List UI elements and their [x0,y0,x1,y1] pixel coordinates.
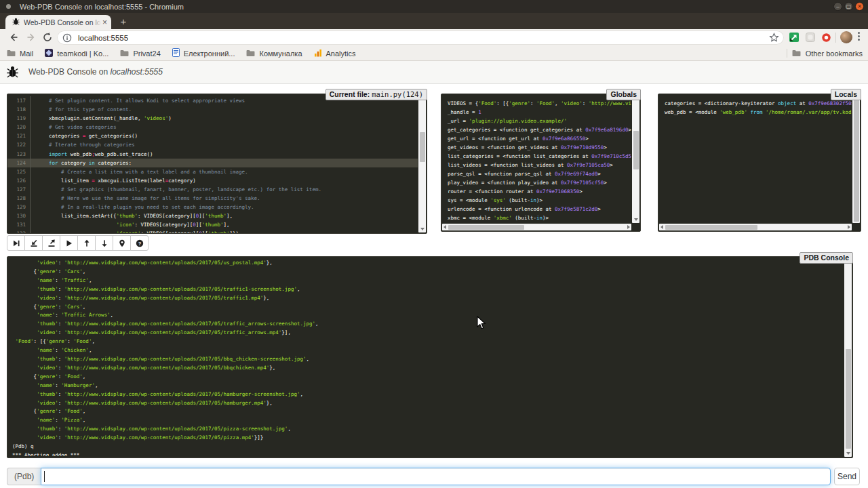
pdb-console-label: PDB Console [800,252,853,264]
console-line: 'thumb': 'http://www.vidsplay.com/wp-con… [12,355,844,364]
close-button[interactable]: ✕ [855,2,864,11]
pdb-console-panel: PDB Console 'video': 'http://www.vidspla… [7,256,853,458]
extension-red-icon[interactable] [821,33,831,45]
send-button[interactable]: Send [834,468,860,485]
globals-line: get_categories = <function get_categorie… [448,125,631,134]
pdb-prompt-label: (Pdb) [7,468,41,485]
step-out-icon [47,239,56,247]
console-line: 'thumb': 'http://www.vidsplay.com/wp-con… [12,425,844,434]
bookmark-item-privat24[interactable]: Privat24 [120,47,160,60]
bookmark-label: Analytics [326,49,356,58]
folder-icon [246,47,255,60]
code-vertical-scrollbar[interactable] [418,95,426,232]
current-file-label: Current file: main.py(124) [326,89,427,100]
bookmark-label: teamkodi | Ko... [57,49,108,58]
locals-lines: categories = <dictionary-keyiterator obj… [658,99,852,223]
code-line: 125 # Create a list item with a text lab… [7,167,418,176]
globals-line: get_videos = <function get_videos at 0x7… [448,143,631,152]
bookmark-item-analytics[interactable]: Analytics [314,47,356,60]
step-into-button[interactable] [24,235,43,251]
where-button[interactable] [113,235,131,251]
url-text: localhost:5555 [78,34,128,42]
console-line: 'name': 'Hamburger', [12,382,844,390]
command-input-wrap [41,468,831,485]
screen: Web-PDB Console on localhost:5555 - Chro… [0,0,868,488]
console-line: {'genre': 'Cars', [12,268,844,277]
step-out-button[interactable] [42,235,60,251]
minimize-button[interactable]: – [833,2,842,11]
globals-line: router = <function router at 0x7f9e71068… [448,187,631,196]
code-line: 120 # Get video categories [7,123,418,131]
globals-horizontal-scrollbar[interactable] [442,224,631,230]
globals-lines: VIDEOS = {'Food': [{'genre': 'Food', 'vi… [441,99,631,223]
tab-title: Web-PDB Console on loca [24,18,101,26]
globals-label: Globals [606,89,641,100]
bookmark-star-icon[interactable] [769,33,779,45]
maximize-button[interactable]: ▢ [844,2,853,11]
globals-line: VIDEOS = {'Food': [{'genre': 'Food', 'vi… [448,99,631,108]
console-line: {'genre': 'Cars', [12,303,844,312]
other-bookmarks[interactable]: Other bookmarks [787,46,863,60]
console-line: 'thumb': 'http://www.vidsplay.com/wp-con… [12,320,844,329]
down-button[interactable] [95,235,113,251]
console-line: 'video': 'http://www.vidsplay.com/wp-con… [12,399,844,408]
code-line: 118 # for this type of content. [7,105,418,114]
help-icon: ? [136,239,144,247]
locals-line: web_pdb = <module 'web_pdb' from '/home/… [665,108,852,117]
toolbar-separator [835,33,836,43]
console-line: 'Food': [{'genre': 'Food', [12,338,844,346]
globals-line: list_categories = <function list_categor… [448,152,631,161]
code-line: 122 # Iterate through categories [7,140,418,149]
page-title: Web-PDB Console on localhost:5555 [28,67,163,77]
console-line: {'genre': 'Food', [12,373,844,382]
console-line: 'name': 'Traffic', [12,277,844,285]
console-line: 'video': 'http://www.vidsplay.com/wp-con… [12,364,844,373]
bookmark-item-електронний[interactable]: Електронний... [172,47,235,60]
back-icon[interactable] [8,32,20,43]
console-line: 'video': 'http://www.vidsplay.com/wp-con… [12,434,844,443]
next-button[interactable] [7,235,25,251]
forward-icon[interactable] [26,32,37,43]
bookmark-label: Електронний... [184,49,235,58]
console-line: 'thumb': 'http://www.vidsplay.com/wp-con… [12,390,844,399]
up-button[interactable] [77,235,96,251]
command-input[interactable] [41,468,831,485]
extension-green-icon[interactable] [789,33,799,45]
locals-panel: Locals categories = <dictionary-keyitera… [658,94,861,232]
extension-gray-icon[interactable] [806,33,815,45]
bookmark-label: Privat24 [133,49,160,58]
code-line: 132 'fanart': VIDEOS[category][0]['thumb… [7,229,418,233]
console-vertical-scrollbar[interactable] [844,258,852,457]
locals-horizontal-scrollbar[interactable] [659,224,852,230]
profile-avatar[interactable] [840,31,852,43]
continue-button[interactable] [60,235,78,251]
doc-icon [172,47,180,60]
locals-vertical-scrollbar[interactable] [852,95,860,223]
globals-panel: Globals VIDEOS = {'Food': [{'genre': 'Fo… [441,94,641,232]
globals-line: play_video = <function play_video at 0x7… [448,178,631,187]
address-bar[interactable]: localhost:5555 [57,30,784,45]
reload-icon[interactable] [42,32,54,43]
tab-close-icon[interactable]: × [102,18,107,26]
browser-menu-icon[interactable] [857,32,860,41]
browser-tab[interactable]: Web-PDB Console on loca × [5,15,111,29]
bookmark-item-teamkodi-ko[interactable]: teamkodi | Ko... [45,47,108,60]
code-line: 128 # Here we use the same image for all… [7,194,418,203]
bookmark-label: Коммуналка [259,49,302,58]
site-info-icon[interactable] [62,33,72,43]
bookmark-item-mail[interactable]: Mail [7,47,33,60]
debugger-toolbar: ? [7,235,149,251]
bookmark-item-коммуналка[interactable]: Коммуналка [246,47,302,60]
console-line: 'video': 'http://www.vidsplay.com/wp-con… [12,294,844,303]
down-icon [100,239,108,247]
bookmarks-bar: Mailteamkodi | Ko...Privat24Електронний.… [0,46,868,61]
globals-line: xbmc = <module 'xbmc' (built-in)> [448,214,631,222]
globals-line: get_url = <function get_url at 0x7f9e6a8… [448,134,631,143]
console-line: 'name': 'Chicken', [12,346,844,355]
console-line: 'thumb': 'http://www.vidsplay.com/wp-con… [12,285,844,294]
browser-toolbar: localhost:5555 [0,29,868,46]
globals-vertical-scrollbar[interactable] [632,95,639,223]
new-tab-button[interactable]: + [115,15,132,28]
help-button[interactable]: ? [130,235,149,251]
command-input-bar: (Pdb) Send [7,468,860,485]
